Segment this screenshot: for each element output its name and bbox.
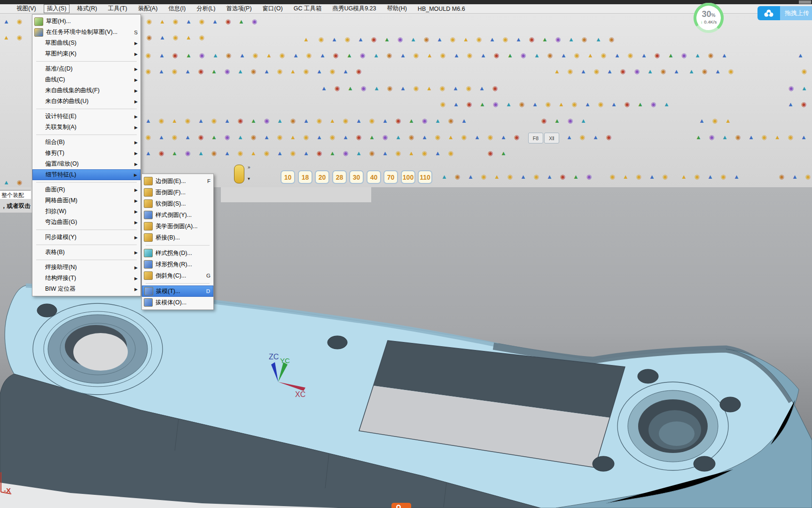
mold-size-button[interactable]: 100 [401,170,415,184]
tool-icon[interactable]: ◉ [692,171,703,182]
tool-icon[interactable]: ▲ [314,132,325,143]
insert-menu-item[interactable]: 来自曲线集的曲线(F)▶ [32,85,141,96]
menubar-item[interactable]: 装配(A) [135,4,161,13]
tool-icon[interactable]: ◉ [340,115,351,126]
tool-icon[interactable]: ◉ [622,99,632,110]
tool-icon[interactable]: ▲ [552,115,562,126]
tool-icon[interactable]: ◉ [196,16,207,27]
tool-icon[interactable]: ◉ [156,148,167,159]
tool-icon[interactable]: ◉ [706,132,717,143]
menubar-item[interactable]: 格式(R) [74,4,100,13]
tool-icon[interactable]: ▲ [671,66,682,77]
tool-icon[interactable]: ◉ [565,66,576,77]
tool-icon[interactable]: ◉ [490,99,501,110]
insert-menu-item[interactable]: 基准/点(D)▶ [32,64,141,74]
tool-icon[interactable]: ◉ [437,83,448,94]
tool-icon[interactable]: ▲ [518,171,529,182]
insert-menu-item[interactable]: 曲面(R)▶ [32,184,141,195]
tool-icon[interactable]: ◉ [632,66,642,77]
tool-icon[interactable]: ◉ [195,66,206,77]
tool-icon[interactable]: ◉ [445,148,456,159]
tool-icon[interactable]: ▲ [530,99,540,110]
tool-icon[interactable]: ▲ [353,148,364,159]
tool-icon[interactable]: ▲ [1,32,12,43]
tool-icon[interactable]: ▲ [498,148,509,159]
detail-submenu-item[interactable]: 美学面倒圆(A)... [142,221,213,232]
insert-menu-item[interactable]: 结构焊接(T)▶ [32,273,141,284]
tool-icon[interactable]: ◉ [406,132,417,143]
tool-icon[interactable]: ▲ [156,132,167,143]
tool-icon[interactable]: ▲ [353,115,364,126]
tool-icon[interactable]: ◉ [235,148,246,159]
tool-icon[interactable]: ▲ [367,132,377,143]
tool-icon[interactable]: ◉ [380,132,390,143]
mold-size-button[interactable]: 110 [418,170,432,184]
toolbar-overflow-chevron[interactable]: » [248,165,250,170]
tool-icon[interactable]: ◉ [342,34,353,45]
tool-icon[interactable]: ▲ [503,99,514,110]
tool-icon[interactable]: ▲ [408,34,419,45]
tool-icon[interactable]: ▲ [746,132,757,143]
tool-icon[interactable]: ▲ [235,66,246,77]
tool-icon[interactable]: ◉ [353,132,364,143]
tool-icon[interactable]: ▲ [544,171,555,182]
toolbar-dropdown-arrow[interactable]: ▾ [248,176,250,181]
tool-icon[interactable]: ◉ [490,83,500,94]
detail-submenu-item[interactable]: 面倒圆(F)... [142,187,213,198]
tool-icon[interactable]: ◉ [705,50,716,61]
tool-icon[interactable]: ▲ [647,171,657,182]
tool-icon[interactable]: ▲ [432,115,443,126]
tool-icon[interactable]: ▲ [329,34,340,45]
tool-icon[interactable]: ◉ [288,148,298,159]
tool-icon[interactable]: ▲ [505,50,515,61]
detail-submenu-item[interactable]: 拔模体(O)... [142,297,213,308]
tool-icon[interactable]: ▲ [645,66,656,77]
tool-icon[interactable]: ▲ [696,115,707,126]
tool-icon[interactable]: ◉ [393,148,404,159]
tool-icon[interactable]: ◉ [500,34,511,45]
tool-icon[interactable]: ▲ [156,50,167,61]
tool-icon[interactable]: ◉ [658,66,669,77]
tool-icon[interactable]: ◉ [464,50,475,61]
tool-icon[interactable]: ▲ [317,50,328,61]
tool-icon[interactable]: ▲ [705,171,716,182]
tool-icon[interactable]: ▲ [556,99,567,110]
tool-icon[interactable]: ◉ [516,99,527,110]
tool-icon[interactable]: ▲ [209,132,219,143]
tool-icon[interactable]: ◉ [261,115,272,126]
tool-icon[interactable]: ◉ [384,50,395,61]
detail-submenu-item[interactable]: 桥接(B)... [142,232,213,243]
tool-icon[interactable]: ▲ [183,50,194,61]
tool-icon[interactable]: ▲ [340,132,351,143]
insert-menu-item[interactable]: 修剪(T)▶ [32,148,141,159]
tool-icon[interactable]: ◉ [327,66,338,77]
tool-icon[interactable]: ▲ [319,83,329,94]
tool-icon[interactable]: ▲ [432,148,443,159]
detail-submenu-item[interactable]: 软倒圆(S)... [142,198,213,209]
tool-icon[interactable]: ◉ [759,132,770,143]
tool-icon[interactable]: ◉ [353,66,364,77]
tool-icon[interactable]: ◉ [474,34,484,45]
tool-icon[interactable]: ◉ [491,50,502,61]
insert-menu-item[interactable]: 表格(B)▶ [32,247,141,258]
tool-icon[interactable]: ◉ [485,132,496,143]
tool-icon[interactable]: ◉ [660,171,671,182]
tool-icon[interactable]: ▲ [692,50,703,61]
tool-icon[interactable]: ▲ [380,115,390,126]
tool-icon[interactable]: ▲ [344,50,355,61]
tool-icon[interactable]: ▲ [686,66,697,77]
tool-icon[interactable]: ◉ [196,32,207,43]
tool-icon[interactable]: ◉ [182,148,193,159]
tool-icon[interactable]: ▲ [478,50,489,61]
tool-icon[interactable]: ▲ [772,132,783,143]
tool-icon[interactable]: ▲ [182,132,193,143]
tool-icon[interactable]: ▲ [195,115,206,126]
tool-icon[interactable]: ◉ [274,132,285,143]
tool-icon[interactable]: ◉ [710,115,720,126]
tool-icon[interactable]: ◉ [248,132,259,143]
tool-icon[interactable]: ▲ [785,99,796,110]
tool-icon[interactable]: ◉ [545,50,555,61]
tool-icon[interactable]: ◉ [196,50,207,61]
tool-icon[interactable]: ▲ [798,132,809,143]
tool-icon[interactable]: ◉ [437,99,448,110]
